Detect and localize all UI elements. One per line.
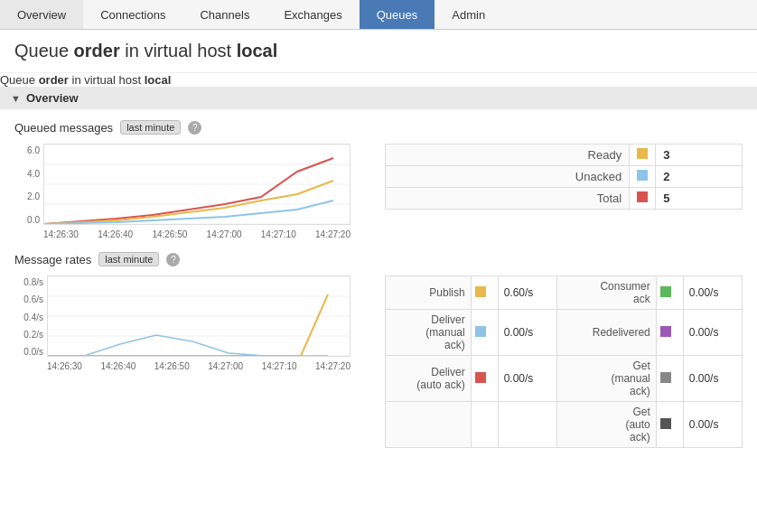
section-arrow-icon: ▼ (11, 93, 21, 104)
deliver-auto-color (471, 356, 498, 402)
get-manual-label: Get(manualack) (556, 356, 656, 402)
table-row: Deliver(auto ack) 0.00/s Get(manualack) … (386, 356, 743, 402)
main-nav: Overview Connections Channels Exchanges … (0, 0, 757, 30)
nav-queues[interactable]: Queues (360, 0, 435, 29)
get-auto-value: 0.00/s (683, 402, 742, 448)
consumer-ack-value: 0.00/s (683, 276, 742, 310)
queued-messages-badge[interactable]: last minute (120, 120, 181, 135)
queued-chart-svg (43, 144, 350, 225)
rates-chart-svg (47, 275, 350, 357)
table-row: Unacked 2 (386, 166, 743, 188)
queued-stats-table: Ready 3 Unacked 2 Total 5 (385, 144, 743, 210)
rates-section: Message rates last minute ? 0.8/s 0.6/s … (14, 252, 743, 448)
get-auto-label: Get(autoack) (556, 402, 656, 448)
queued-messages-section: 6.0 4.0 2.0 0.0 (14, 144, 743, 239)
rates-help[interactable]: ? (166, 253, 180, 266)
rates-chart-area: 0.8/s 0.6/s 0.4/s 0.2/s 0.0/s (14, 275, 367, 448)
overview-section-header[interactable]: ▼ Overview (0, 87, 757, 109)
publish-label: Publish (386, 276, 472, 310)
table-row: Total 5 (386, 188, 743, 210)
deliver-manual-value: 0.00/s (498, 310, 556, 356)
ready-value: 3 (656, 145, 743, 166)
consumer-ack-label: Consumerack (556, 276, 656, 310)
table-row: Deliver(manualack) 0.00/s Redelivered 0.… (386, 310, 743, 356)
total-label: Total (386, 188, 630, 210)
ready-label: Ready (386, 145, 630, 166)
rates-layout: 0.8/s 0.6/s 0.4/s 0.2/s 0.0/s (14, 275, 743, 448)
get-auto-color (656, 402, 683, 448)
redelivered-color (656, 310, 683, 356)
redelivered-label: Redelivered (556, 310, 656, 356)
table-row: Get(autoack) 0.00/s (386, 402, 743, 448)
queued-messages-title: Queued messages last minute ? (14, 120, 743, 135)
total-value: 5 (656, 188, 743, 210)
section-label: Overview (26, 91, 79, 105)
publish-value: 0.60/s (498, 276, 556, 310)
table-row: Ready 3 (386, 145, 743, 166)
nav-admin[interactable]: Admin (435, 0, 502, 29)
rates-badge[interactable]: last minute (98, 252, 159, 266)
consumer-ack-color (656, 276, 683, 310)
queued-stats-area: Ready 3 Unacked 2 Total 5 (385, 144, 743, 239)
deliver-auto-label: Deliver(auto ack) (386, 356, 472, 402)
unacked-value: 2 (656, 166, 743, 188)
rates-y-axis: 0.8/s 0.6/s 0.4/s 0.2/s 0.0/s (14, 275, 47, 371)
deliver-manual-label: Deliver(manualack) (386, 310, 472, 356)
queued-chart-area: 6.0 4.0 2.0 0.0 (14, 144, 367, 239)
queued-messages-help[interactable]: ? (188, 121, 201, 135)
unacked-color (630, 166, 656, 188)
queued-x-labels: 14:26:30 14:26:40 14:26:50 14:27:00 14:2… (43, 229, 350, 239)
nav-channels[interactable]: Channels (182, 0, 266, 29)
total-color (630, 188, 656, 210)
deliver-auto-value: 0.00/s (498, 356, 556, 402)
page-title: Queue order in virtual host local (0, 30, 757, 73)
get-manual-value: 0.00/s (683, 356, 742, 402)
table-row: Publish 0.60/s Consumerack 0.00/s (386, 276, 743, 310)
nav-connections[interactable]: Connections (83, 0, 182, 29)
deliver-manual-color (471, 310, 498, 356)
rates-stats-table: Publish 0.60/s Consumerack 0.00/s Delive… (385, 275, 743, 448)
nav-overview[interactable]: Overview (0, 0, 83, 29)
publish-color (471, 276, 498, 310)
overview-content: Queued messages last minute ? 6.0 4.0 2.… (0, 109, 757, 459)
get-manual-color (656, 356, 683, 402)
unacked-label: Unacked (386, 166, 630, 188)
ready-color (630, 145, 656, 166)
rates-label: Message rates (14, 253, 91, 266)
queued-messages-label: Queued messages (14, 121, 113, 135)
redelivered-value: 0.00/s (683, 310, 742, 356)
rates-stats-area: Publish 0.60/s Consumerack 0.00/s Delive… (385, 275, 743, 448)
queued-y-axis: 6.0 4.0 2.0 0.0 (14, 144, 43, 239)
nav-exchanges[interactable]: Exchanges (266, 0, 359, 29)
rates-title: Message rates last minute ? (14, 252, 743, 266)
rates-x-labels: 14:26:30 14:26:40 14:26:50 14:27:00 14:2… (47, 361, 350, 371)
